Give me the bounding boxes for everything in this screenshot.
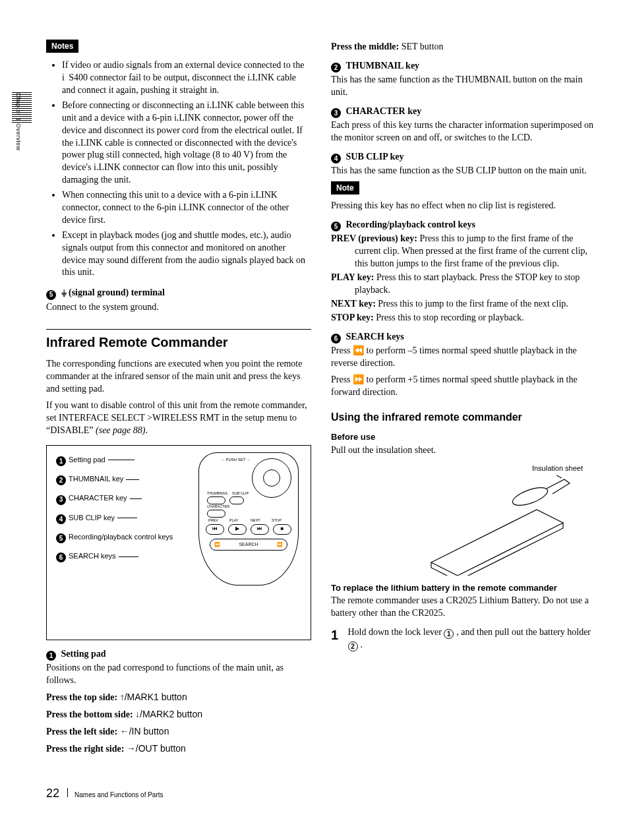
item-5-head: 5 Recording/playback control keys: [331, 219, 596, 231]
next-label: NEXT key:: [331, 299, 378, 309]
stop-key-desc: STOP key: Press this to stop recording o…: [331, 312, 596, 324]
item-4-head: 4 SUB CLIP key: [331, 151, 596, 164]
item-4-title: SUB CLIP key: [346, 152, 404, 162]
press-bottom-value: ↓/MARK2 button: [135, 709, 202, 719]
page-number: 22: [46, 785, 59, 801]
press-right: Press the right side: →/OUT button: [46, 742, 311, 756]
right-column: Press the middle: SET button 2 THUMBNAIL…: [331, 40, 596, 759]
item-1-head: 1 Setting pad: [46, 648, 311, 661]
item-6-title: SEARCH keys: [346, 332, 404, 342]
number-3-icon: 3: [331, 108, 341, 118]
d-num-2: 2: [56, 475, 66, 485]
d-label-6: SEARCH keys: [69, 552, 116, 560]
footer-title: Names and Functions of Parts: [75, 791, 164, 800]
play-key-desc: PLAY key: Press this to start playback. …: [331, 272, 596, 297]
item-5-title: Recording/playback control keys: [346, 220, 476, 229]
play-label: PLAY: [229, 518, 239, 523]
step-1: 1 Hold down the lock lever 1, and then p…: [331, 626, 596, 652]
subclip-label: SUB CLIP: [232, 491, 249, 496]
d-num-4: 4: [56, 514, 66, 524]
number-5-icon: 5: [46, 290, 56, 300]
note-text: Pressing this key has no effect when no …: [331, 200, 596, 212]
d-label-5: Recording/playback control keys: [69, 533, 173, 541]
page-content: Notes If video or audio signals from an …: [46, 40, 596, 759]
press-top-value: ↑/MARK1 button: [120, 692, 187, 702]
setting-pad-icon: [252, 458, 291, 498]
note-bullet: Before connecting or disconnecting an i.…: [62, 100, 311, 187]
press-top: Press the top side: ↑/MARK1 button: [46, 691, 311, 704]
subclip-btn-icon: [229, 496, 244, 504]
replace-title: To replace the lithium battery in the re…: [331, 582, 596, 594]
number-2-icon: 2: [331, 63, 341, 73]
item-3-text: Each press of this key turns the charact…: [331, 119, 596, 144]
stop-text: Press this to stop recording or playback…: [376, 313, 524, 322]
item-5-text: Connect to the system ground.: [46, 301, 311, 314]
press-middle: Press the middle: SET button: [331, 41, 596, 53]
step-1-number: 1: [331, 626, 345, 644]
footer-separator: [67, 788, 68, 797]
number-6-icon: 6: [331, 334, 341, 344]
d-label-4: SUB CLIP key: [69, 514, 115, 522]
d-num-1: 1: [56, 456, 66, 466]
using-title: Using the infrared remote commander: [331, 410, 596, 425]
note-badge: Note: [331, 181, 359, 195]
item-1-title: Setting pad: [61, 649, 106, 659]
item-5-title: ⏚ (signal ground) terminal: [61, 287, 165, 297]
replace-text: The remote commander uses a CR2025 Lithi…: [331, 595, 596, 620]
intro-paragraph-2: If you want to disable control of this u…: [46, 400, 311, 437]
press-middle-value: SET button: [402, 42, 444, 51]
leader-line: [108, 460, 135, 460]
leader-line: [126, 479, 139, 480]
thumbnail-btn-icon: [207, 496, 225, 504]
stop-btn-icon: ■: [273, 524, 291, 535]
remote-diagram: 1Setting pad 2THUMBNAIL key 3CHARACTER k…: [46, 445, 311, 640]
search-fwd-text: Press ⏩ to perform +5 times normal speed…: [331, 374, 596, 399]
d-label-1: Setting pad: [69, 456, 105, 464]
item-6-head: 6 SEARCH keys: [331, 331, 596, 344]
play-label: PLAY key:: [331, 272, 376, 282]
intro2-tail: .: [145, 425, 148, 435]
prev-label: PREV (previous) key:: [331, 233, 419, 243]
diagram-labels: 1Setting pad 2THUMBNAIL key 3CHARACTER k…: [56, 455, 155, 571]
item-2-head: 2 THUMBNAIL key: [331, 60, 596, 73]
insulation-label: Insulation sheet: [532, 464, 583, 473]
press-right-label: Press the right side:: [46, 744, 127, 754]
side-chapter-tab: Chapter 1 Overview: [15, 92, 22, 151]
play-row: ⏮ ▶ ⏭ ■: [206, 524, 291, 535]
before-use-text: Pull out the insulation sheet.: [331, 444, 596, 457]
note-bullet: Except in playback modes (jog and shuttl…: [62, 229, 311, 280]
step-1-body: Hold down the lock lever 1, and then pul…: [348, 626, 596, 652]
note-bullet: When connecting this unit to a device wi…: [62, 189, 311, 227]
press-left-value: ←/IN button: [120, 726, 169, 736]
item-5-head: 5 ⏚ (signal ground) terminal: [46, 287, 311, 299]
section-title: Infrared Remote Commander: [46, 329, 311, 351]
step1-b: , and then pull out the battery holder: [456, 627, 591, 637]
notes-badge: Notes: [46, 40, 78, 53]
number-1-icon: 1: [46, 651, 56, 661]
leader-line: [119, 556, 138, 557]
intro2-text: If you want to disable control of this u…: [46, 400, 307, 435]
prev-label: PREV: [208, 518, 218, 523]
stop-label: STOP key:: [331, 313, 376, 322]
search-rev-text: Press ⏪ to perform –5 times normal speed…: [331, 345, 596, 370]
thumbnail-label: THUMBNAIL: [207, 491, 228, 496]
prev-btn-icon: ⏮: [206, 524, 224, 535]
d-num-6: 6: [56, 553, 66, 562]
play-btn-icon: ▶: [228, 524, 247, 535]
play-text: Press this to start playback. Press the …: [355, 272, 580, 295]
next-key-desc: NEXT key: Press this to jump to the firs…: [331, 298, 596, 311]
press-right-value: →/OUT button: [127, 743, 186, 754]
page-footer: 22 Names and Functions of Parts: [46, 785, 596, 801]
left-column: Notes If video or audio signals from an …: [46, 40, 311, 759]
press-left: Press the left side: ←/IN button: [46, 725, 311, 738]
item-2-text: This has the same function as the THUMBN…: [331, 74, 596, 99]
number-4-icon: 4: [331, 154, 341, 164]
d-num-5: 5: [56, 533, 66, 543]
svg-point-0: [510, 484, 549, 509]
press-middle-label: Press the middle:: [331, 42, 402, 51]
circled-2-icon: 2: [348, 642, 358, 651]
press-bottom-label: Press the bottom side:: [46, 709, 135, 719]
stop-label: STOP: [272, 518, 282, 523]
remote-body-icon: ← PUSH SET → THUMBNAIL SUB CLIP CHARACTE…: [198, 452, 299, 585]
intro-paragraph-1: The corresponding functions are executed…: [46, 358, 311, 396]
